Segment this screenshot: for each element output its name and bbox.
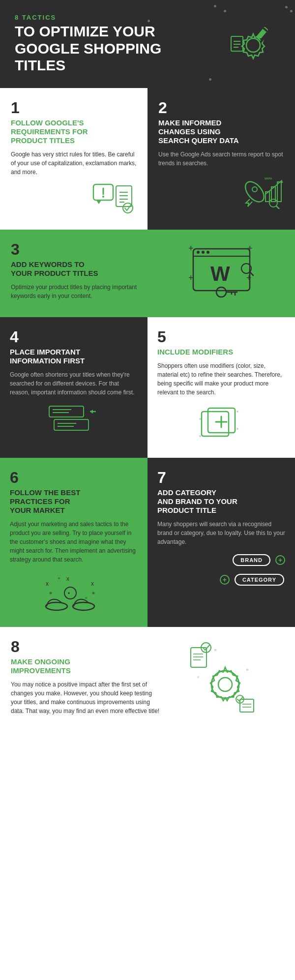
section-7-body: Many shoppers will search via a recognis… [157,520,285,546]
section-4-title: PLACE IMPORTANTINFORMATION FIRST [10,348,138,365]
section-4: 4 PLACE IMPORTANTINFORMATION FIRST Googl… [0,317,148,458]
svg-text:+: + [247,243,253,253]
section-8: 8 MAKE ONGOINGIMPROVEMENTS You may notic… [0,627,295,727]
section-3-icon: W + + + + [161,241,284,305]
section-8-icon [161,639,284,715]
section-row-4-5: 4 PLACE IMPORTANTINFORMATION FIRST Googl… [0,317,295,458]
section-8-title: MAKE ONGOINGIMPROVEMENTS [11,657,161,675]
svg-point-29 [197,251,200,254]
section-row-6-7: 6 FOLLOW THE BESTPRACTICES FORYOUR MARKE… [0,458,295,627]
svg-point-64 [64,587,76,599]
svg-point-71 [218,678,232,691]
section-1-title: FOLLOW GOOGLE'SREQUIREMENTS FORPRODUCT T… [11,119,137,145]
section-1-icon [11,183,137,218]
section-8-body: You may notice a positive impact after t… [11,680,161,715]
section-2-title: MAKE INFORMEDCHANGES USINGSEARCH QUERY D… [158,119,284,145]
svg-point-59 [46,602,67,610]
section-3-body: Optimize your product titles by placing … [11,283,161,300]
section-5-icon [157,407,285,446]
svg-rect-1 [256,27,268,40]
header-icon [226,22,280,66]
section-6-icon: x x x • [10,571,138,615]
svg-marker-50 [90,410,93,414]
svg-point-66 [50,592,52,594]
header-title: TO OPTIMIZE YOURGOOGLE SHOPPINGTITLES [15,23,172,74]
svg-marker-11 [96,200,101,204]
svg-point-58 [236,428,238,430]
section-row-1-2: 1 FOLLOW GOOGLE'SREQUIREMENTS FORPRODUCT… [0,88,295,230]
svg-point-30 [202,251,205,254]
section-5-title: INCLUDE MODIFIERS [157,348,285,356]
svg-text:x: x [46,580,49,587]
svg-point-19 [252,187,257,192]
svg-text:www: www [264,177,272,180]
section-4-icon [10,404,138,433]
svg-point-69 [85,597,87,599]
section-2-number: 2 [158,100,284,116]
section-6-body: Adjust your marketing and sales tactics … [10,520,138,564]
brand-plus-icon: + [275,555,285,565]
section-3-number: 3 [11,241,161,257]
svg-line-25 [276,206,279,209]
svg-text:x: x [91,580,94,587]
section-7-number: 7 [157,470,285,485]
section-3-title: ADD KEYWORDS TOYOUR PRODUCT TITLES [11,260,161,278]
svg-rect-46 [54,419,88,430]
svg-point-68 [58,577,60,579]
section-4-number: 4 [10,329,138,345]
section-1: 1 FOLLOW GOOGLE'SREQUIREMENTS FORPRODUCT… [0,88,148,230]
svg-text:+: + [188,273,194,283]
section-2: 2 MAKE INFORMEDCHANGES USINGSEARCH QUERY… [148,88,295,230]
svg-rect-22 [277,182,281,202]
tag-section: BRAND + + CATEGORY [157,552,285,588]
svg-point-10 [102,196,104,198]
svg-text:•: • [68,590,70,597]
section-6-title: FOLLOW THE BESTPRACTICES FORYOUR MARKET [10,488,138,515]
category-tag: CATEGORY [235,574,284,586]
svg-point-57 [236,411,238,413]
svg-rect-72 [191,648,206,667]
section-4-body: Google often shortens your titles when t… [10,370,138,397]
svg-point-82 [246,668,248,671]
section-3: 3 ADD KEYWORDS TOYOUR PRODUCT TITLES Opt… [0,230,295,317]
brand-tag: BRAND [233,554,270,566]
section-5-number: 5 [157,329,285,345]
svg-rect-77 [240,699,254,712]
svg-point-83 [197,676,199,678]
section-2-icon: www [158,175,284,209]
svg-point-67 [92,592,95,594]
section-7: 7 ADD CATEGORYAND BRAND TO YOURPRODUCT T… [148,458,295,627]
section-5-body: Shoppers often use modifiers (color, siz… [157,361,285,397]
category-tag-row: + CATEGORY [220,572,285,588]
section-8-number: 8 [11,639,161,654]
svg-point-56 [199,435,201,437]
section-7-title: ADD CATEGORYAND BRAND TO YOURPRODUCT TIT… [157,488,285,515]
svg-text:+: + [188,243,194,253]
svg-text:+: + [246,273,252,283]
section-1-number: 1 [11,100,137,116]
svg-rect-43 [49,406,84,417]
section-8-text: 8 MAKE ONGOINGIMPROVEMENTS You may notic… [11,639,161,715]
section-6-number: 6 [10,470,138,485]
svg-point-81 [214,649,216,651]
svg-point-0 [246,38,260,52]
svg-text:x: x [66,575,69,582]
svg-point-33 [216,287,226,297]
section-1-body: Google has very strict rules for titles.… [11,150,137,177]
svg-point-31 [206,251,209,254]
section-2-body: Use the Google Ads search terms report t… [158,150,284,168]
section-3-text: 3 ADD KEYWORDS TOYOUR PRODUCT TITLES Opt… [11,241,161,305]
category-plus-icon: + [220,575,230,585]
header: 8 TACTICS TO OPTIMIZE YOURGOOGLE SHOPPIN… [0,0,295,88]
svg-point-60 [73,602,94,610]
brand-tag-row: BRAND + [232,552,285,568]
svg-text:W: W [210,262,230,285]
section-6: 6 FOLLOW THE BESTPRACTICES FORYOUR MARKE… [0,458,148,627]
svg-point-55 [199,418,201,420]
section-5: 5 INCLUDE MODIFIERS Shoppers often use m… [148,317,295,458]
